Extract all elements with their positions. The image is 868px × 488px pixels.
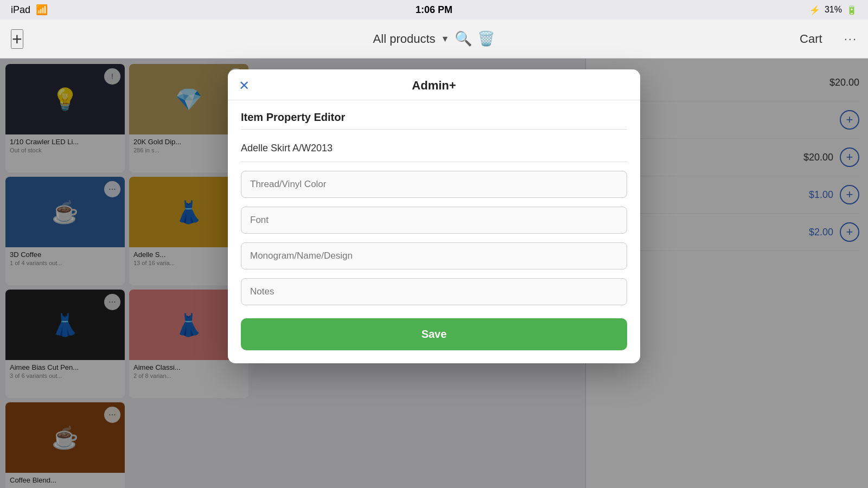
thread-color-input[interactable]	[241, 171, 627, 198]
nav-bar: + All products ▼ 🔍 🗑️ Cart ···	[0, 20, 868, 59]
modal-section-title: Item Property Editor	[241, 111, 627, 130]
status-bar: iPad 📶 1:06 PM ⚡ 31% 🔋	[0, 0, 868, 20]
modal-title: Admin+	[412, 79, 456, 93]
bluetooth-icon: ⚡	[809, 5, 820, 15]
modal-header: ✕ Admin+	[228, 69, 640, 100]
modal-body: Item Property Editor Adelle Skirt A/W201…	[228, 100, 640, 363]
notes-input[interactable]	[241, 278, 627, 305]
modal-dialog: ✕ Admin+ Item Property Editor Adelle Ski…	[228, 69, 640, 363]
dropdown-arrow-icon[interactable]: ▼	[441, 34, 450, 44]
monogram-field	[241, 242, 627, 269]
modal-product-name: Adelle Skirt A/W2013	[241, 135, 627, 162]
trash-button[interactable]: 🗑️	[477, 30, 495, 47]
status-time: 1:06 PM	[416, 4, 452, 15]
battery-label: 31%	[825, 5, 842, 15]
modal-overlay: ✕ Admin+ Item Property Editor Adelle Ski…	[0, 59, 868, 488]
modal-close-button[interactable]: ✕	[239, 79, 250, 92]
save-button[interactable]: Save	[241, 318, 627, 350]
thread-color-field	[241, 171, 627, 198]
search-button[interactable]: 🔍	[455, 30, 472, 47]
main-area: 💡 ! 1/10 Crawler LED Li... Out of stock …	[0, 59, 868, 488]
device-label: iPad	[11, 4, 30, 16]
battery-icon: 🔋	[846, 5, 857, 15]
notes-field	[241, 278, 627, 305]
monogram-input[interactable]	[241, 242, 627, 269]
add-product-button[interactable]: +	[11, 29, 23, 49]
products-title: All products	[373, 32, 436, 46]
wifi-icon: 📶	[36, 4, 48, 16]
font-field	[241, 207, 627, 234]
font-input[interactable]	[241, 207, 627, 234]
cart-label: Cart	[800, 32, 822, 46]
more-options-button[interactable]: ···	[844, 32, 857, 46]
